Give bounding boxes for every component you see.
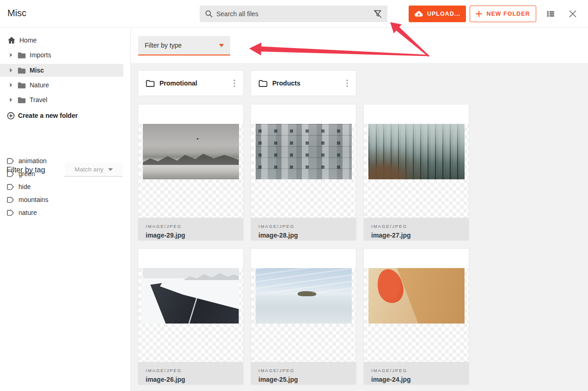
file-card-image-27[interactable]: IMAGE/JPEG image-27.jpg 6 hours ago — [363, 104, 469, 241]
folder-card-products[interactable]: Products — [251, 70, 356, 96]
transparency-checkerboard — [138, 124, 243, 218]
file-name: image-27.jpg — [371, 232, 461, 239]
tag-icon — [6, 184, 14, 190]
tag-icon — [6, 210, 14, 216]
file-card-image-29[interactable]: IMAGE/JPEG image-29.jpg 6 hours ago — [138, 104, 244, 241]
folder-outline-icon — [146, 79, 155, 87]
file-thumbnail — [368, 268, 465, 324]
filter-by-type-select[interactable]: Filter by type — [138, 36, 230, 55]
folder-icon — [18, 67, 26, 74]
file-meta: IMAGE/JPEG image-26.jpg 6 hours ago — [138, 362, 243, 385]
file-meta: IMAGE/JPEG image-27.jpg 6 hours ago — [364, 218, 469, 241]
file-mime-type: IMAGE/JPEG — [371, 368, 461, 373]
upload-button[interactable]: UPLOAD... — [409, 6, 466, 22]
kebab-menu-icon[interactable] — [230, 79, 239, 88]
tag-item-green[interactable]: green — [6, 167, 35, 180]
file-thumbnail — [143, 124, 239, 179]
kebab-menu-icon[interactable] — [343, 79, 351, 88]
chevron-down-icon — [108, 168, 113, 171]
chevron-down-icon — [219, 44, 224, 47]
file-thumbnail — [256, 124, 352, 179]
chevron-right-icon[interactable] — [9, 83, 16, 87]
close-icon[interactable] — [567, 8, 579, 19]
sidebar-item-label: Home — [19, 37, 37, 44]
match-any-select[interactable]: Match any — [65, 163, 122, 177]
cloud-upload-icon — [414, 10, 423, 18]
clear-filters-icon[interactable] — [373, 9, 383, 19]
file-thumbnail — [256, 268, 352, 324]
sidebar-item-travel[interactable]: Travel — [0, 93, 123, 106]
file-mime-type: IMAGE/JPEG — [258, 224, 349, 229]
file-card-image-26[interactable]: IMAGE/JPEG image-26.jpg 6 hours ago — [138, 248, 244, 385]
home-icon — [7, 37, 16, 44]
tag-icon — [6, 171, 14, 177]
folder-icon — [18, 52, 26, 59]
file-name: image-26.jpg — [146, 376, 236, 383]
file-meta: IMAGE/JPEG image-28.jpg 6 hours ago — [251, 218, 356, 241]
file-name: image-25.jpg — [258, 376, 349, 383]
sidebar-item-label: Nature — [30, 81, 49, 89]
file-meta: IMAGE/JPEG image-25.jpg 6 hours ago — [251, 362, 356, 385]
tag-item-nature[interactable]: nature — [6, 206, 37, 219]
filter-by-type-value: Filter by type — [145, 42, 219, 49]
tag-item-mountains[interactable]: mountains — [6, 193, 49, 206]
file-name: image-29.jpg — [146, 232, 236, 239]
search-bar[interactable] — [200, 6, 387, 22]
file-card-image-25[interactable]: IMAGE/JPEG image-25.jpg 6 hours ago — [251, 248, 356, 385]
tag-label: animation — [18, 157, 47, 165]
transparency-checkerboard — [138, 268, 243, 362]
tag-item-animation[interactable]: animation — [6, 154, 47, 167]
file-name: image-24.jpg — [371, 376, 461, 383]
filter-row: Filter by type — [131, 28, 588, 63]
transparency-checkerboard — [251, 268, 356, 362]
upload-button-label: UPLOAD... — [427, 11, 460, 17]
plus-icon — [476, 11, 482, 17]
transparency-checkerboard — [251, 124, 356, 218]
file-card-image-28[interactable]: IMAGE/JPEG image-28.jpg 6 hours ago — [251, 104, 356, 241]
list-view-toggle-icon[interactable] — [545, 8, 557, 19]
file-card-image-24[interactable]: IMAGE/JPEG image-24.jpg 6 hours ago — [363, 248, 469, 385]
file-browser-content: Promotional Products IMAGE/JPEG image-29… — [131, 63, 588, 391]
chevron-right-icon[interactable] — [9, 68, 16, 73]
new-folder-button-label: NEW FOLDER — [486, 11, 530, 17]
sidebar-item-label: Misc — [30, 67, 44, 74]
folder-card-promotional[interactable]: Promotional — [138, 70, 244, 96]
chevron-right-icon[interactable] — [9, 53, 16, 57]
search-input[interactable] — [214, 10, 373, 18]
create-new-folder-label: Create a new folder — [18, 112, 78, 119]
sidebar-item-misc[interactable]: Misc — [0, 64, 123, 77]
file-mime-type: IMAGE/JPEG — [371, 224, 461, 229]
folder-card-name: Products — [272, 79, 338, 87]
new-folder-button[interactable]: NEW FOLDER — [470, 6, 536, 22]
sidebar-item-label: Travel — [30, 96, 47, 104]
tag-label: green — [18, 170, 35, 177]
file-thumbnail — [143, 268, 239, 324]
file-thumbnail — [368, 124, 465, 179]
file-mime-type: IMAGE/JPEG — [146, 224, 236, 229]
tag-item-hide[interactable]: hide — [6, 180, 31, 193]
file-grid: IMAGE/JPEG image-29.jpg 6 hours ago IMAG… — [138, 104, 581, 391]
file-name: image-28.jpg — [258, 232, 349, 239]
file-meta: IMAGE/JPEG image-29.jpg 6 hours ago — [138, 218, 243, 241]
sidebar-item-home[interactable]: Home — [7, 34, 37, 47]
file-mime-type: IMAGE/JPEG — [146, 368, 236, 373]
tag-label: mountains — [18, 196, 49, 203]
sidebar-item-nature[interactable]: Nature — [0, 79, 123, 92]
chevron-right-icon[interactable] — [9, 98, 16, 102]
sidebar-item-label: Imports — [30, 51, 51, 59]
tag-label: nature — [18, 209, 37, 216]
sidebar: Home Imports Misc Nature Travel Create a… — [0, 28, 131, 391]
transparency-checkerboard — [364, 124, 469, 218]
match-any-value: Match any — [74, 166, 103, 173]
folder-cards-row: Promotional Products — [138, 70, 581, 96]
circle-plus-icon — [7, 112, 15, 120]
file-mime-type: IMAGE/JPEG — [258, 368, 349, 373]
create-new-folder-button[interactable]: Create a new folder — [7, 109, 78, 122]
transparency-checkerboard — [364, 268, 469, 362]
sidebar-item-imports[interactable]: Imports — [0, 49, 123, 61]
folder-icon — [18, 82, 26, 89]
file-meta: IMAGE/JPEG image-24.jpg 6 hours ago — [364, 362, 469, 385]
tag-icon — [6, 158, 14, 164]
page-title: Misc — [7, 8, 26, 18]
folder-icon — [18, 97, 26, 104]
